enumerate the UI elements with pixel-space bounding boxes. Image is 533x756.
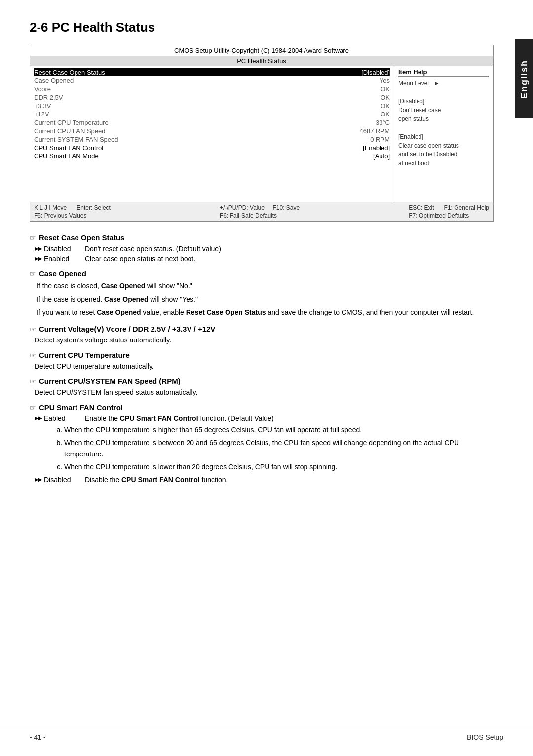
bios-row-9-label: CPU Smart FAN Control <box>34 144 103 151</box>
bullet-eabled-label: Eabled <box>35 415 79 422</box>
bullet-voltage: Detect system's voltage status automatic… <box>35 336 494 344</box>
sub-list-item-a: When the CPU temperature is higher than … <box>64 424 494 435</box>
bios-footer-f6: F6: Fail-Safe Defaults <box>220 212 300 219</box>
section-cpu-smart-fan: CPU Smart FAN Control Eabled Enable the … <box>30 403 494 484</box>
bullet-disabled: Disabled Don't reset case open status. (… <box>35 245 494 253</box>
bios-header-line2: PC Health Status <box>30 56 493 66</box>
cpu-smart-fan-sublist: When the CPU temperature is higher than … <box>64 424 494 473</box>
bios-right-panel: Item Help Menu Level ► [Disabled] Don't … <box>394 66 493 202</box>
english-tab: English <box>515 39 533 118</box>
bios-item-help-title: Item Help <box>398 68 489 77</box>
section-cpu-temp-body: Detect CPU temperature automatically. <box>35 362 494 370</box>
bios-footer-nav: K L J I Move Enter: Select <box>34 204 111 211</box>
bios-row-0-value: [Disabled] <box>361 69 390 76</box>
bios-footer-value: +/-/PU/PD: Value F10: Save <box>220 204 300 211</box>
bios-row-1[interactable]: Case Opened Yes <box>34 76 390 85</box>
sub-list-item-b: When the CPU temperature is between 20 a… <box>64 437 494 459</box>
bios-row-4-value: OK <box>381 102 390 110</box>
bullet-fan-speed: Detect CPU/SYSTEM fan speed status autom… <box>35 388 494 396</box>
bios-footer-col-2: +/-/PU/PD: Value F10: Save F6: Fail-Safe… <box>220 204 300 219</box>
section-cpu-smart-fan-title: CPU Smart FAN Control <box>30 403 494 412</box>
section-current-voltage-body: Detect system's voltage status automatic… <box>35 336 494 344</box>
page-footer: - 41 - BIOS Setup <box>0 729 533 741</box>
bios-row-4[interactable]: +3.3V OK <box>34 102 390 110</box>
bios-row-5-value: OK <box>381 111 390 118</box>
bios-row-1-label: Case Opened <box>34 77 74 84</box>
case-opened-para1: If the case is closed, Case Opened will … <box>37 281 494 291</box>
bios-row-8-value: 0 RPM <box>370 136 390 143</box>
section-reset-case-title: Reset Case Open Status <box>30 233 494 242</box>
bios-row-2[interactable]: Vcore OK <box>34 85 390 93</box>
bios-row-4-label: +3.3V <box>34 102 51 110</box>
bios-row-7-label: Current CPU FAN Speed <box>34 127 106 135</box>
bios-row-10[interactable]: CPU Smart FAN Mode [Auto] <box>34 152 390 160</box>
bios-row-7[interactable]: Current CPU FAN Speed 4687 RPM <box>34 127 390 135</box>
bullet-enabled-label: Enabled <box>35 255 79 263</box>
bios-row-3-label: DDR 2.5V <box>34 94 63 101</box>
bullet-enabled: Enabled Clear case open status at next b… <box>35 255 494 263</box>
section-fan-speed-body: Detect CPU/SYSTEM fan speed status autom… <box>35 388 494 396</box>
bullet-fan-disabled: Disabled Disable the CPU Smart FAN Contr… <box>35 476 494 484</box>
bios-row-2-label: Vcore <box>34 85 51 93</box>
bios-row-3-value: OK <box>381 94 390 101</box>
section-current-voltage-title: Current Voltage(V) Vcore / DDR 2.5V / +3… <box>30 325 494 333</box>
bios-row-9[interactable]: CPU Smart FAN Control [Enabled] <box>34 144 390 152</box>
section-cpu-temp: Current CPU Temperature Detect CPU tempe… <box>30 351 494 370</box>
bios-row-0[interactable]: Reset Case Open Status [Disabled] <box>34 68 390 76</box>
bullet-eabled-desc: Enable the CPU Smart FAN Control functio… <box>85 415 494 422</box>
bios-footer-col-1: K L J I Move Enter: Select F5: Previous … <box>34 204 111 219</box>
bios-row-8[interactable]: Current SYSTEM FAN Speed 0 RPM <box>34 135 390 144</box>
bullet-fan-speed-desc: Detect CPU/SYSTEM fan speed status autom… <box>35 388 494 396</box>
section-case-opened: Case Opened If the case is closed, Case … <box>30 269 494 318</box>
bullet-voltage-desc: Detect system's voltage status automatic… <box>35 336 494 344</box>
footer-section-name: BIOS Setup <box>467 733 503 741</box>
bios-header-line1: CMOS Setup Utility-Copyright (C) 1984-20… <box>30 45 493 56</box>
section-current-voltage: Current Voltage(V) Vcore / DDR 2.5V / +3… <box>30 325 494 344</box>
section-fan-speed-title: Current CPU/SYSTEM FAN Speed (RPM) <box>30 377 494 385</box>
section-reset-case-body: Disabled Don't reset case open status. (… <box>35 245 494 263</box>
bullet-eabled: Eabled Enable the CPU Smart FAN Control … <box>35 415 494 422</box>
bios-body: Reset Case Open Status [Disabled] Case O… <box>30 66 493 202</box>
main-content: 2-6 PC Health Status CMOS Setup Utility-… <box>0 0 533 520</box>
bios-row-1-value: Yes <box>380 77 390 84</box>
bios-footer-f5: F5: Previous Values <box>34 212 111 219</box>
bios-row-6-label: Current CPU Temperature <box>34 119 109 126</box>
bios-footer-col-3: ESC: Exit F1: General Help F7: Optimized… <box>409 204 489 219</box>
section-fan-speed: Current CPU/SYSTEM FAN Speed (RPM) Detec… <box>30 377 494 396</box>
bios-help-text: Menu Level ► [Disabled] Don't reset case… <box>398 79 489 168</box>
page-title: 2-6 PC Health Status <box>30 20 494 35</box>
bullet-fan-disabled-label: Disabled <box>35 476 79 484</box>
section-reset-case: Reset Case Open Status Disabled Don't re… <box>30 233 494 263</box>
bios-row-9-value: [Enabled] <box>363 144 390 151</box>
bios-row-5[interactable]: +12V OK <box>34 110 390 118</box>
bios-row-0-label: Reset Case Open Status <box>34 69 105 76</box>
bullet-enabled-desc: Clear case open status at next boot. <box>85 255 494 263</box>
bios-row-2-value: OK <box>381 85 390 93</box>
bios-row-6-value: 33°C <box>376 119 390 126</box>
bullet-cpu-temp-desc: Detect CPU temperature automatically. <box>35 362 494 370</box>
bios-row-6[interactable]: Current CPU Temperature 33°C <box>34 118 390 127</box>
footer-page-number: - 41 - <box>30 733 46 741</box>
bios-footer-esc: ESC: Exit F1: General Help <box>409 204 489 211</box>
section-case-opened-body: If the case is closed, Case Opened will … <box>35 281 494 318</box>
bios-footer-f7: F7: Optimized Defaults <box>409 212 489 219</box>
english-label: English <box>519 60 530 99</box>
bios-row-3[interactable]: DDR 2.5V OK <box>34 93 390 102</box>
section-cpu-temp-title: Current CPU Temperature <box>30 351 494 359</box>
bios-footer: K L J I Move Enter: Select F5: Previous … <box>30 202 493 221</box>
bullet-disabled-label: Disabled <box>35 245 79 253</box>
bullet-disabled-desc: Don't reset case open status. (Default v… <box>85 245 494 253</box>
bios-screenshot: CMOS Setup Utility-Copyright (C) 1984-20… <box>30 45 494 222</box>
bios-row-5-label: +12V <box>34 111 49 118</box>
section-cpu-smart-fan-body: Eabled Enable the CPU Smart FAN Control … <box>35 415 494 484</box>
sub-list-item-c: When the CPU temperature is lower than 2… <box>64 461 494 472</box>
section-case-opened-title: Case Opened <box>30 269 494 278</box>
case-opened-para3: If you want to reset Case Opened value, … <box>37 307 494 318</box>
case-opened-para2: If the case is opened, Case Opened will … <box>37 294 494 304</box>
bios-row-10-label: CPU Smart FAN Mode <box>34 152 99 160</box>
bullet-cpu-temp: Detect CPU temperature automatically. <box>35 362 494 370</box>
bios-left-panel: Reset Case Open Status [Disabled] Case O… <box>30 66 394 202</box>
bullet-fan-disabled-desc: Disable the CPU Smart FAN Control functi… <box>85 476 494 484</box>
bios-row-10-value: [Auto] <box>373 152 390 160</box>
bios-row-8-label: Current SYSTEM FAN Speed <box>34 136 118 143</box>
